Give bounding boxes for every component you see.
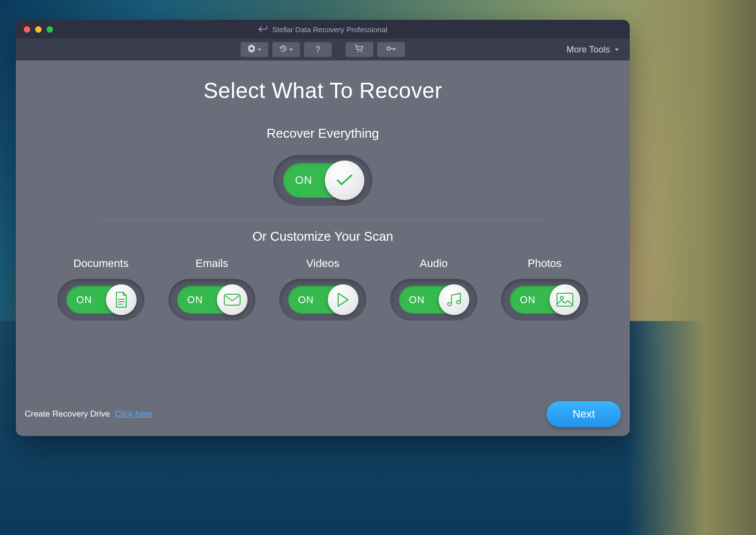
svg-rect-3 [224,294,240,305]
category-label: Photos [528,257,562,270]
page-title: Select What To Recover [16,78,630,103]
history-icon [279,45,287,54]
check-icon [336,174,353,187]
play-icon [336,292,350,308]
next-button-label: Next [572,408,595,421]
chevron-down-icon [257,49,261,51]
footer: Create Recovery Drive Click here Next [16,401,630,436]
chevron-down-icon [289,49,293,51]
toggle-state-label: ON [187,294,203,306]
category-documents: Documents ON [46,257,156,321]
create-recovery-drive-label: Create Recovery Drive [25,409,110,419]
svg-point-7 [560,296,563,299]
toggle-knob [328,284,358,315]
videos-toggle[interactable]: ON [279,279,366,321]
category-label: Emails [196,257,228,270]
toggle-knob [439,284,469,315]
content-area: Select What To Recover Recover Everythin… [16,60,630,436]
audio-toggle[interactable]: ON [390,279,477,321]
toggle-knob [325,160,364,200]
category-label: Documents [73,257,128,270]
app-window: Stellar Data Recovery Professional ? [16,20,630,436]
svg-point-0 [357,51,359,53]
toolbar: ? More Tools [16,39,630,60]
gear-icon [248,45,255,54]
help-button[interactable]: ? [304,42,332,57]
recover-everything-label: Recover Everything [16,126,630,141]
recover-everything-toggle[interactable]: ON [273,155,372,206]
question-icon: ? [315,45,320,55]
more-tools-label: More Tools [566,45,610,55]
toggle-knob [106,284,137,315]
buy-button[interactable] [346,42,373,57]
category-videos: Videos ON [267,257,378,321]
category-audio: Audio ON [378,257,489,321]
titlebar: Stellar Data Recovery Professional [16,20,630,39]
next-button[interactable]: Next [547,401,621,427]
svg-point-5 [456,301,460,304]
svg-point-1 [361,51,362,53]
click-here-link[interactable]: Click here [115,409,152,419]
category-row: Documents ON Emails [16,257,630,321]
svg-point-4 [448,303,452,306]
divider [100,219,546,220]
chevron-down-icon [615,49,619,51]
category-emails: Emails ON [156,257,267,321]
window-title: Stellar Data Recovery Professional [272,25,388,34]
documents-toggle[interactable]: ON [57,279,145,321]
toggle-state-label: ON [409,294,425,306]
email-icon [223,293,241,306]
category-label: Audio [420,257,448,270]
back-icon[interactable] [258,26,267,33]
emails-toggle[interactable]: ON [168,279,255,321]
toggle-knob [217,284,248,315]
toggle-state-label: ON [76,294,92,306]
toggle-state-label: ON [295,174,312,187]
document-icon [114,291,129,308]
category-label: Videos [306,257,340,270]
toggle-state-label: ON [298,294,314,306]
settings-button[interactable] [241,42,268,57]
toggle-knob [550,284,580,315]
key-icon [386,45,396,54]
history-button[interactable] [272,42,300,57]
cart-icon [354,45,364,54]
photos-toggle[interactable]: ON [501,279,588,321]
svg-rect-6 [557,293,573,306]
more-tools-dropdown[interactable]: More Tools [566,39,619,60]
toggle-state-label: ON [520,294,536,306]
svg-point-2 [387,47,390,50]
activate-button[interactable] [377,42,405,57]
customize-label: Or Customize Your Scan [16,229,630,244]
music-icon [446,292,462,308]
category-photos: Photos ON [489,257,600,321]
image-icon [556,292,574,307]
